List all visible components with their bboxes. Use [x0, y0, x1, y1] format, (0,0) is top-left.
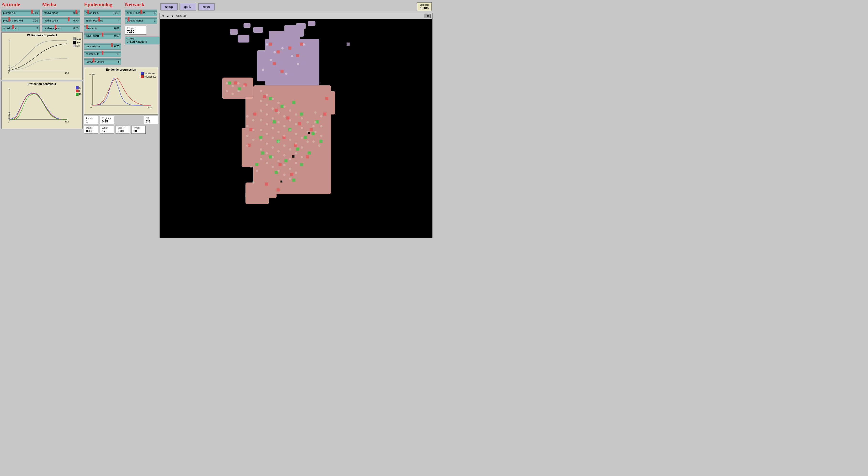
- 3d-button[interactable]: 3D: [424, 14, 431, 18]
- svg-rect-29: [244, 23, 250, 28]
- epidemic-chart: Epidemic progression Incidence Prevalenc…: [84, 67, 158, 115]
- stats-row-2: Max I 0.15 When 17 Max P 0.39 When 20: [84, 126, 158, 134]
- media-title: Media: [42, 1, 80, 8]
- svg-text:46.3: 46.3: [65, 121, 69, 123]
- svg-rect-48: [327, 91, 335, 115]
- svg-rect-63: [300, 163, 303, 166]
- pan-up-icon[interactable]: ▲: [171, 14, 174, 18]
- svg-point-139: [289, 158, 291, 160]
- svg-point-94: [283, 105, 285, 108]
- people-display: People 7260: [125, 26, 146, 35]
- distant-friends-slider[interactable]: Distant-friends 1: [125, 17, 157, 24]
- svg-point-151: [277, 170, 280, 172]
- svg-point-103: [277, 111, 280, 114]
- svg-rect-70: [259, 136, 262, 139]
- svg-point-122: [283, 135, 285, 137]
- svg-point-101: [266, 104, 268, 106]
- svg-point-104: [283, 115, 285, 118]
- svg-point-177: [226, 82, 228, 85]
- svg-point-138: [283, 154, 285, 157]
- svg-rect-72: [255, 163, 258, 166]
- protect-threshold-slider[interactable]: protect-threshold 0.20: [1, 17, 40, 24]
- transmit-risk-slider[interactable]: transmit-risk 0.75: [84, 43, 121, 50]
- svg-point-115: [295, 133, 297, 135]
- svg-rect-71: [261, 151, 264, 154]
- svg-rect-85: [323, 113, 326, 116]
- media-social-slider[interactable]: media-social 0.70: [42, 17, 80, 24]
- svg-rect-64: [275, 171, 278, 174]
- svg-point-160: [312, 140, 315, 143]
- svg-point-157: [320, 125, 322, 127]
- svg-point-145: [283, 164, 285, 166]
- svg-rect-77: [310, 128, 313, 131]
- svg-point-164: [246, 125, 249, 127]
- travel-short-slider[interactable]: travel-short 0.50: [84, 32, 121, 39]
- svg-point-106: [295, 123, 297, 125]
- max-p-stat: Max P 0.39: [116, 126, 130, 134]
- svg-point-144: [277, 160, 280, 162]
- svg-point-114: [289, 129, 291, 131]
- svg-rect-88: [249, 128, 253, 131]
- svg-point-140: [295, 162, 297, 164]
- see-distance-slider[interactable]: see-distance 3: [1, 25, 40, 32]
- protect-risk-slider[interactable]: protect-risk 0.80: [1, 9, 40, 16]
- recovery-period-slider[interactable]: recovery-period 5: [84, 58, 121, 65]
- svg-point-38: [274, 51, 276, 54]
- zoom-box-icon[interactable]: ⊡: [161, 14, 164, 18]
- setup-button[interactable]: setup: [160, 3, 178, 10]
- initial-locations-slider[interactable]: initial-locations 4: [84, 17, 121, 24]
- svg-point-112: [277, 121, 280, 123]
- svg-point-37: [266, 43, 268, 45]
- travel-rate-slider[interactable]: travel-rate 0.01: [84, 25, 121, 32]
- svg-point-132: [295, 152, 297, 154]
- svg-point-178: [231, 85, 234, 87]
- svg-rect-28: [253, 27, 263, 33]
- stats-row-1: Impact 1 Regions 0.85 R0 7.5: [84, 116, 158, 124]
- contactsPP-slider[interactable]: contactsPP 10: [84, 51, 121, 57]
- svg-point-42: [270, 59, 272, 61]
- svg-point-90: [260, 90, 262, 92]
- svg-point-93: [277, 102, 280, 104]
- svg-point-131: [289, 148, 291, 151]
- svg-point-171: [252, 182, 254, 184]
- svg-text:0: 0: [8, 72, 9, 74]
- svg-point-118: [260, 119, 262, 122]
- attitude-title: Attitude: [1, 1, 40, 8]
- r0-stat: R0 7.5: [144, 116, 158, 124]
- svg-point-180: [243, 85, 246, 87]
- svg-point-134: [260, 138, 262, 141]
- svg-point-163: [252, 119, 254, 122]
- svg-rect-80: [306, 155, 309, 158]
- top-buttons-bar: setup go ↻ reset Largest I 13185: [159, 1, 433, 12]
- svg-point-156: [314, 121, 317, 123]
- svg-point-119: [266, 123, 268, 125]
- when-p-stat: When 20: [131, 126, 146, 134]
- svg-rect-82: [290, 173, 293, 176]
- svg-point-120: [272, 127, 274, 129]
- svg-rect-53: [280, 105, 284, 108]
- media-mass-slider[interactable]: media-mass 0.90: [42, 9, 80, 16]
- svg-point-148: [260, 158, 262, 160]
- svg-point-98: [307, 121, 309, 123]
- svg-point-141: [260, 148, 262, 151]
- numPP-persons-slider[interactable]: numPP-persons 5: [125, 9, 157, 16]
- media-targeted-slider[interactable]: media-targeted 0.35: [42, 25, 80, 32]
- svg-rect-61: [269, 155, 272, 158]
- svg-rect-27: [308, 21, 316, 26]
- svg-point-125: [301, 146, 303, 149]
- svg-point-113: [283, 125, 285, 127]
- svg-rect-34: [273, 62, 276, 65]
- svg-rect-49: [242, 128, 261, 167]
- mean-initial-slider[interactable]: mean-initial 0.010: [84, 9, 121, 16]
- pan-left-icon[interactable]: ◄: [166, 14, 169, 18]
- svg-point-129: [277, 140, 280, 143]
- go-button[interactable]: go ↻: [180, 3, 196, 10]
- svg-point-43: [297, 63, 299, 65]
- reset-button[interactable]: reset: [198, 3, 215, 10]
- svg-rect-51: [245, 192, 269, 204]
- svg-point-97: [301, 117, 303, 120]
- svg-point-105: [289, 119, 291, 122]
- svg-point-123: [289, 138, 291, 141]
- regions-stat: Regions 0.85: [100, 116, 114, 124]
- svg-point-155: [320, 115, 322, 118]
